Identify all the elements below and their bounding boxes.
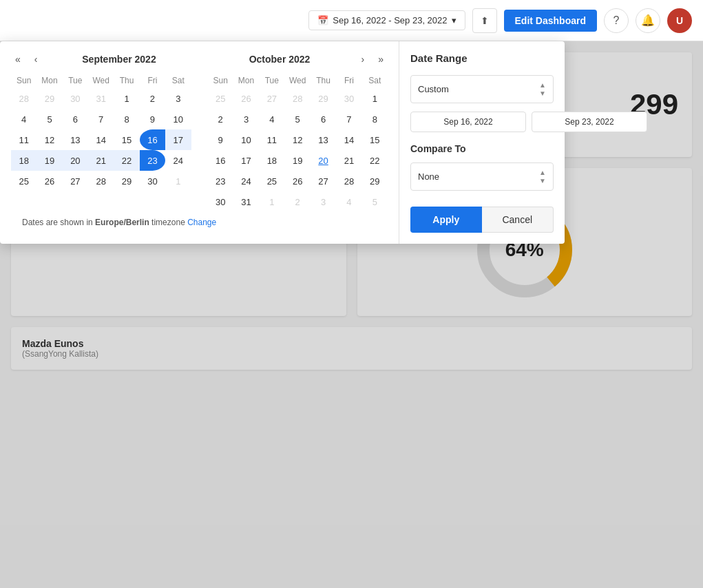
- table-row[interactable]: 21: [88, 150, 114, 171]
- table-row[interactable]: 5: [362, 191, 388, 212]
- table-row[interactable]: 4: [259, 109, 284, 129]
- table-row[interactable]: 30: [63, 88, 88, 109]
- table-row[interactable]: 3: [233, 109, 259, 129]
- table-row[interactable]: 1: [259, 191, 284, 212]
- table-row[interactable]: 23: [208, 171, 233, 191]
- table-row[interactable]: 23: [140, 150, 165, 171]
- table-row[interactable]: 29: [114, 171, 139, 191]
- edit-dashboard-button[interactable]: Edit Dashboard: [504, 10, 597, 32]
- table-row[interactable]: 16: [140, 129, 165, 150]
- table-row[interactable]: 26: [285, 171, 311, 191]
- table-row[interactable]: 2: [140, 88, 165, 109]
- table-row[interactable]: 14: [336, 129, 361, 150]
- table-row[interactable]: 20: [311, 150, 336, 171]
- table-row[interactable]: 27: [311, 171, 336, 191]
- table-row[interactable]: 25: [208, 88, 233, 109]
- table-row[interactable]: 1: [114, 88, 139, 109]
- table-row[interactable]: 14: [88, 129, 114, 150]
- table-row[interactable]: 2: [285, 191, 311, 212]
- table-row[interactable]: 1: [165, 171, 191, 191]
- table-row[interactable]: 24: [233, 171, 259, 191]
- table-row[interactable]: 13: [63, 129, 88, 150]
- table-row[interactable]: 8: [362, 109, 388, 129]
- preset-dropdown[interactable]: Custom ▲ ▼: [410, 75, 554, 103]
- apply-button[interactable]: Apply: [410, 207, 482, 233]
- table-row[interactable]: 12: [285, 129, 311, 150]
- table-row[interactable]: 4: [11, 109, 36, 129]
- table-row[interactable]: 28: [88, 171, 114, 191]
- table-row[interactable]: 30: [336, 88, 361, 109]
- table-row[interactable]: 28: [285, 88, 311, 109]
- table-row[interactable]: 10: [165, 109, 191, 129]
- table-row[interactable]: 21: [336, 150, 361, 171]
- notifications-button[interactable]: 🔔: [636, 8, 660, 33]
- table-row[interactable]: 3: [311, 191, 336, 212]
- table-row[interactable]: 26: [36, 171, 62, 191]
- table-row[interactable]: 15: [362, 129, 388, 150]
- table-row[interactable]: 3: [165, 88, 191, 109]
- date-range-button[interactable]: 📅 Sep 16, 2022 - Sep 23, 2022 ▾: [308, 10, 465, 30]
- table-row[interactable]: 16: [208, 150, 233, 171]
- table-row[interactable]: 22: [114, 150, 139, 171]
- timezone-note: Dates are shown in Europe/Berlin timezon…: [11, 212, 388, 233]
- table-row[interactable]: 2: [208, 109, 233, 129]
- next-month-button[interactable]: ›: [357, 52, 369, 66]
- table-row[interactable]: 29: [362, 171, 388, 191]
- table-row[interactable]: 19: [36, 150, 62, 171]
- table-row[interactable]: 28: [11, 88, 36, 109]
- share-button[interactable]: ⬆: [472, 8, 497, 33]
- table-row[interactable]: 17: [165, 129, 191, 150]
- table-row[interactable]: 11: [259, 129, 284, 150]
- table-row[interactable]: 19: [285, 150, 311, 171]
- table-row[interactable]: 18: [259, 150, 284, 171]
- table-row[interactable]: 28: [336, 171, 361, 191]
- table-row[interactable]: 27: [63, 171, 88, 191]
- table-row[interactable]: 9: [208, 129, 233, 150]
- table-row[interactable]: 13: [311, 129, 336, 150]
- table-row[interactable]: 12: [36, 129, 62, 150]
- table-row[interactable]: 27: [259, 88, 284, 109]
- table-row[interactable]: 29: [36, 88, 62, 109]
- table-row[interactable]: 18: [11, 150, 36, 171]
- table-row[interactable]: 9: [140, 109, 165, 129]
- table-row[interactable]: 7: [88, 109, 114, 129]
- table-row[interactable]: 5: [285, 109, 311, 129]
- table-row[interactable]: 20: [63, 150, 88, 171]
- prev-prev-month-button[interactable]: «: [11, 52, 25, 66]
- table-row[interactable]: 31: [88, 88, 114, 109]
- table-row[interactable]: 25: [11, 171, 36, 191]
- col-wed: Wed: [88, 73, 114, 88]
- end-date-input[interactable]: [532, 112, 647, 132]
- table-row[interactable]: 6: [63, 109, 88, 129]
- cancel-button[interactable]: Cancel: [482, 207, 554, 233]
- table-row[interactable]: 26: [233, 88, 259, 109]
- table-row[interactable]: 5: [36, 109, 62, 129]
- table-row[interactable]: 29: [311, 88, 336, 109]
- table-row[interactable]: 30: [140, 171, 165, 191]
- start-date-input[interactable]: [410, 112, 526, 132]
- table-row[interactable]: 6: [311, 109, 336, 129]
- table-row[interactable]: 8: [114, 109, 139, 129]
- table-row[interactable]: 11: [11, 129, 36, 150]
- compare-dropdown[interactable]: None ▲ ▼: [410, 162, 554, 191]
- table-row[interactable]: 30: [208, 191, 233, 212]
- avatar[interactable]: U: [667, 8, 692, 33]
- next-next-month-button[interactable]: »: [374, 52, 388, 66]
- help-button[interactable]: ?: [604, 8, 629, 33]
- table-row[interactable]: 4: [336, 191, 361, 212]
- table-row[interactable]: 15: [114, 129, 139, 150]
- table-row[interactable]: 31: [233, 191, 259, 212]
- table-row[interactable]: 1: [362, 88, 388, 109]
- table-row[interactable]: 22: [362, 150, 388, 171]
- share-icon: ⬆: [481, 15, 489, 26]
- september-title: September 2022: [47, 54, 191, 65]
- table-row[interactable]: 7: [336, 109, 361, 129]
- table-row[interactable]: 17: [233, 150, 259, 171]
- timezone-change-link[interactable]: Change: [187, 218, 216, 227]
- prev-month-button[interactable]: ‹: [30, 52, 42, 66]
- panel-title: Date Range: [410, 52, 554, 64]
- table-row[interactable]: 10: [233, 129, 259, 150]
- table-row[interactable]: 24: [165, 150, 191, 171]
- table-row[interactable]: 25: [259, 171, 284, 191]
- october-grid: Sun Mon Tue Wed Thu Fri Sat 25: [208, 73, 388, 212]
